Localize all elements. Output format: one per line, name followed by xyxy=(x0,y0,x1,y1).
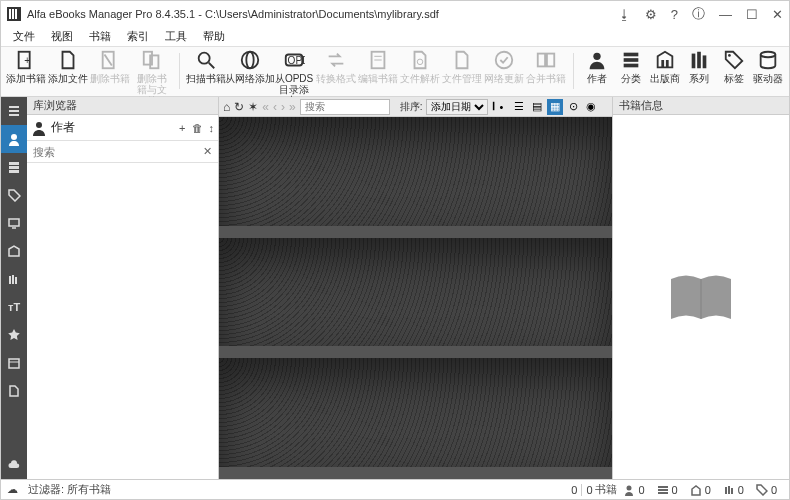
view-zoom-icon[interactable]: ⊙ xyxy=(565,99,581,115)
svg-rect-22 xyxy=(547,54,554,67)
sidebar-cloud-icon[interactable] xyxy=(1,451,27,479)
view-eye-icon[interactable]: ◉ xyxy=(583,99,599,115)
svg-line-7 xyxy=(105,55,112,66)
view-list-icon[interactable]: ☰ xyxy=(511,99,527,115)
app-icon xyxy=(7,7,21,21)
center-toolbar: ⌂ ↻ ✶ « ‹ › » 排序: 添加日期 Ⅰ • ☰ ▤ ▦ ⊙ ◉ xyxy=(219,97,612,117)
close-button[interactable]: ✕ xyxy=(772,7,783,22)
net-update-button[interactable]: 网络更新 xyxy=(484,49,524,84)
file-manager-button[interactable]: 文件管理 xyxy=(442,49,482,84)
minimize-button[interactable]: — xyxy=(719,7,732,22)
menu-help[interactable]: 帮助 xyxy=(195,27,233,46)
svg-rect-28 xyxy=(666,60,669,67)
svg-rect-43 xyxy=(9,276,11,284)
bookshelf[interactable] xyxy=(219,117,612,479)
menu-file[interactable]: 文件 xyxy=(5,27,43,46)
trash-icon[interactable]: 🗑 xyxy=(192,122,203,134)
add-icon[interactable]: + xyxy=(179,122,185,134)
download-icon[interactable]: ⭳ xyxy=(618,7,631,22)
publisher-button[interactable]: 出版商 xyxy=(649,49,681,84)
merge-books-button[interactable]: 合并书籍 xyxy=(526,49,566,84)
add-book-button[interactable]: +添加书籍 xyxy=(6,49,46,84)
clear-search-icon[interactable]: ✕ xyxy=(197,145,218,158)
sidebar-tag-icon[interactable] xyxy=(1,181,27,209)
tags-button[interactable]: 标签 xyxy=(718,49,750,84)
sort-desc-icon[interactable]: Ⅰ xyxy=(492,100,495,113)
file-parse-button[interactable]: 文件解析 xyxy=(400,49,440,84)
svg-rect-24 xyxy=(624,53,639,57)
nav-prev-icon[interactable]: ‹ xyxy=(273,100,277,114)
sidebar-monitor-icon[interactable] xyxy=(1,209,27,237)
svg-rect-52 xyxy=(658,486,668,488)
refresh-icon[interactable]: ↻ xyxy=(234,100,244,114)
sidebar-author-icon[interactable] xyxy=(1,125,27,153)
status-tags: 0 xyxy=(756,484,777,496)
sidebar-publisher-icon[interactable] xyxy=(1,237,27,265)
sort-icon[interactable]: ↕ xyxy=(209,122,215,134)
svg-rect-30 xyxy=(698,52,702,69)
window-title: Alfa eBooks Manager Pro 8.4.35.1 - C:\Us… xyxy=(27,8,618,20)
filter-value[interactable]: 所有书籍 xyxy=(67,482,111,497)
scan-book-button[interactable]: 扫描书籍 xyxy=(186,49,226,84)
book-info-header: 书籍信息 xyxy=(613,97,789,115)
menu-books[interactable]: 书籍 xyxy=(81,27,119,46)
svg-rect-54 xyxy=(658,492,668,494)
nav-last-icon[interactable]: » xyxy=(289,100,296,114)
home-icon[interactable]: ⌂ xyxy=(223,100,230,114)
series-button[interactable]: 系列 xyxy=(683,49,715,84)
book-info-panel: 书籍信息 xyxy=(613,97,789,479)
view-grid-icon[interactable]: ▦ xyxy=(547,99,563,115)
sidebar-file-icon[interactable] xyxy=(1,377,27,405)
svg-rect-26 xyxy=(624,64,639,68)
svg-rect-31 xyxy=(703,55,707,68)
author-button[interactable]: 作者 xyxy=(581,49,613,84)
category-button[interactable]: 分类 xyxy=(615,49,647,84)
svg-rect-27 xyxy=(662,60,665,67)
svg-point-33 xyxy=(761,52,776,58)
maximize-button[interactable]: ☐ xyxy=(746,7,758,22)
sort-select[interactable]: 添加日期 xyxy=(426,99,488,115)
svg-rect-53 xyxy=(658,489,668,491)
expand-icon[interactable]: ✶ xyxy=(248,100,258,114)
menu-tools[interactable]: 工具 xyxy=(157,27,195,46)
info-icon[interactable]: ⓘ xyxy=(692,5,705,23)
convert-button[interactable]: 转换格式 xyxy=(316,49,356,84)
svg-rect-39 xyxy=(9,166,19,169)
group-icon[interactable]: • xyxy=(499,101,503,113)
add-file-button[interactable]: 添加文件 xyxy=(48,49,88,84)
menu-view[interactable]: 视图 xyxy=(43,27,81,46)
add-from-net-button[interactable]: 从网络添加 xyxy=(228,49,272,84)
delete-book-button[interactable]: 删除书籍 xyxy=(90,49,130,84)
status-publisher: 0 xyxy=(690,484,711,496)
svg-rect-1 xyxy=(9,9,11,19)
edit-book-button[interactable]: 编辑书籍 xyxy=(358,49,398,84)
svg-rect-38 xyxy=(9,162,19,165)
status-category: 0 xyxy=(657,484,678,496)
author-list xyxy=(27,163,218,479)
view-details-icon[interactable]: ▤ xyxy=(529,99,545,115)
menu-index[interactable]: 索引 xyxy=(119,27,157,46)
person-icon xyxy=(31,120,47,136)
svg-point-10 xyxy=(199,53,210,64)
svg-point-32 xyxy=(728,54,731,57)
status-cloud-icon[interactable]: ☁ xyxy=(7,483,18,496)
svg-point-51 xyxy=(627,485,632,490)
author-search-input[interactable] xyxy=(27,144,197,160)
center-search-input[interactable] xyxy=(300,99,390,115)
sidebar-series-icon[interactable] xyxy=(1,265,27,293)
sidebar-menu-icon[interactable] xyxy=(1,97,27,125)
sidebar-category-icon[interactable] xyxy=(1,153,27,181)
nav-next-icon[interactable]: › xyxy=(281,100,285,114)
help-icon[interactable]: ? xyxy=(671,7,678,22)
center-panel: ⌂ ↻ ✶ « ‹ › » 排序: 添加日期 Ⅰ • ☰ ▤ ▦ ⊙ ◉ xyxy=(219,97,613,479)
sidebar-text-icon[interactable]: тТ xyxy=(1,293,27,321)
drives-button[interactable]: 驱动器 xyxy=(752,49,784,84)
svg-rect-29 xyxy=(692,54,696,69)
sidebar-calendar-icon[interactable] xyxy=(1,349,27,377)
svg-rect-47 xyxy=(9,359,19,368)
svg-rect-55 xyxy=(725,487,727,494)
gear-icon[interactable]: ⚙ xyxy=(645,7,657,22)
sidebar-star-icon[interactable] xyxy=(1,321,27,349)
nav-first-icon[interactable]: « xyxy=(262,100,269,114)
sidebar-strip: тТ xyxy=(1,97,27,479)
